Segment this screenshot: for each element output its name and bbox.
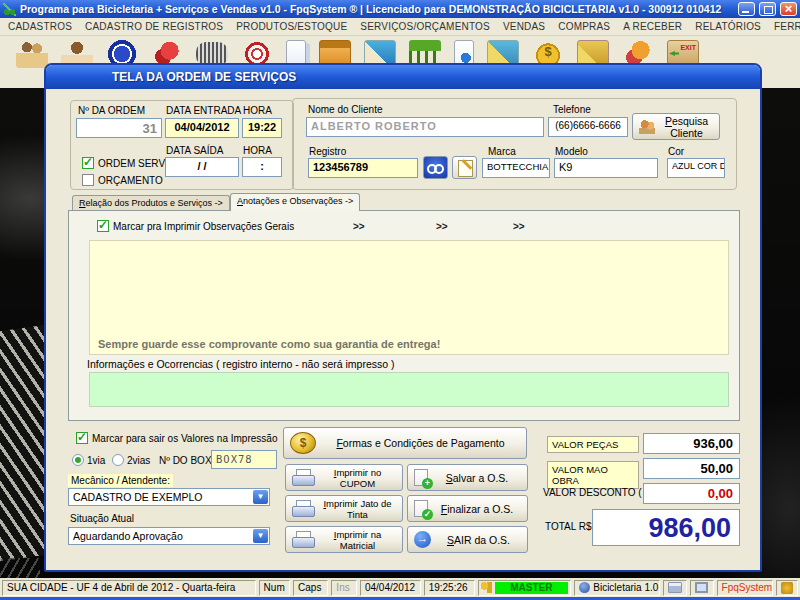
payment-terms-button[interactable]: Formas e Condições de Pagamento [283, 427, 527, 459]
chevron-2: >> [436, 221, 448, 232]
chevron-3: >> [513, 221, 525, 232]
tire-tread-texture [0, 325, 46, 561]
exit-hour-field[interactable]: : [242, 157, 282, 177]
mechanic-label: Mecânico / Atendente: [68, 474, 173, 487]
edit-notes-button[interactable] [452, 156, 477, 179]
menu-servicos-orcamentos[interactable]: SERVIÇOS/ORÇAMENTOS [360, 21, 490, 32]
minimize-button[interactable] [738, 2, 755, 16]
exit-hour-label: HORA [243, 145, 272, 156]
discount-field[interactable]: 0,00 [643, 483, 740, 504]
exit-order-button[interactable]: SAIR da O.S. [407, 526, 528, 553]
model-field[interactable]: K9 [554, 158, 658, 178]
status-capslock: Caps [293, 580, 328, 596]
total-label: TOTAL R$ [545, 521, 592, 532]
service-order-checkbox[interactable] [82, 157, 94, 169]
dialog-body: Nº DA ORDEM 31 DATA ENTRADA 04/04/2012 H… [46, 89, 760, 570]
budget-checkbox[interactable] [82, 174, 94, 186]
window-titlebar[interactable]: Programa para Bicicletaria + Serviços e … [0, 0, 800, 18]
chevron-1: >> [353, 221, 365, 232]
internal-info-textarea[interactable] [89, 372, 729, 407]
status-printer-cell[interactable] [663, 580, 687, 596]
status-lock-cell[interactable] [776, 580, 798, 596]
statusbar: SUA CIDADE - UF 4 de Abril de 2012 - Qua… [0, 578, 800, 597]
color-field[interactable]: AZUL COR D [667, 158, 725, 178]
status-monitor-cell[interactable] [690, 580, 714, 596]
order-number-label: Nº DA ORDEM [78, 105, 145, 116]
exit-arrow-icon [414, 531, 431, 548]
app-window: Programa para Bicicletaria + Serviços e … [0, 0, 800, 600]
phone-field[interactable]: (66)6666-6666 [548, 117, 628, 137]
restore-button[interactable] [759, 2, 776, 16]
order-number-field[interactable]: 31 [76, 118, 162, 138]
menu-compras[interactable]: COMPRAS [558, 21, 610, 32]
labor-value-label: VALOR MAO OBRA [547, 461, 639, 489]
client-name-field[interactable]: ALBERTO ROBERTO [306, 117, 544, 137]
print-observations-checkbox[interactable] [97, 220, 109, 232]
menu-vendas[interactable]: VENDAS [503, 21, 545, 32]
parts-value-label: VALOR PEÇAS [547, 436, 639, 453]
save-order-button[interactable]: Salvar a O.S. [407, 464, 528, 491]
entry-hour-field[interactable]: 19:22 [242, 118, 282, 138]
status-app-cell: Bicicletaria 1.0 [574, 580, 660, 596]
observations-panel: Marcar pra Imprimir Observações Gerais >… [68, 210, 740, 421]
app-icon [3, 3, 16, 16]
parts-value-field[interactable]: 936,00 [643, 433, 740, 454]
clients-icon[interactable] [16, 40, 48, 68]
menu-cadastro-de-registros[interactable]: CADASTRO DE REGISTROS [85, 21, 223, 32]
status-time: 19:25:26 [424, 580, 475, 596]
tab-anotacoes-observacoes[interactable]: Anotações e Observações -> [230, 193, 360, 211]
internal-info-label: Informações e Ocorrencias ( registro int… [87, 358, 395, 370]
status-user: MASTER [495, 582, 569, 594]
app-badge-icon [579, 582, 590, 593]
bike-lookup-button[interactable] [423, 156, 448, 179]
total-field: 986,00 [592, 509, 740, 546]
status-location: SUA CIDADE - UF 4 de Abril de 2012 - Qua… [2, 580, 256, 596]
discount-label: VALOR DESCONTO ( - ) [543, 487, 654, 498]
status-system: FpqSystem [717, 580, 774, 596]
save-page-icon [414, 469, 428, 486]
entry-date-field[interactable]: 04/04/2012 [165, 118, 239, 138]
menu-cadastros[interactable]: CADASTROS [8, 21, 72, 32]
print-inkjet-button[interactable]: Imprimir Jato de Tinta [285, 495, 403, 522]
box-number-label: Nº DO BOX [159, 455, 212, 466]
mechanic-dropdown[interactable]: CADASTRO DE EXEMPLO [68, 488, 270, 506]
client-name-label: Nome do Cliente [308, 104, 382, 115]
close-button[interactable] [780, 2, 797, 16]
current-status-label: Situação Atual [70, 513, 134, 524]
print-values-checkbox[interactable] [76, 432, 88, 444]
brand-label: Marca [488, 146, 516, 157]
print-receipt-button[interactable]: Imprimir no CUPOM [285, 464, 403, 491]
menu-a-receber[interactable]: A RECEBER [623, 21, 682, 32]
menu-relatorios[interactable]: RELATÓRIOS [695, 21, 761, 32]
menu-ferramentas[interactable]: FERRAMENTAS [774, 21, 800, 32]
observations-text: Sempre guarde esse comprovante como sua … [98, 338, 440, 350]
print-matrix-button[interactable]: Imprimir na Matricial [285, 526, 403, 553]
printer-icon [292, 500, 314, 517]
printer-icon [292, 469, 314, 486]
menu-produtos-estoque[interactable]: PRODUTOS/ESTOQUE [236, 21, 347, 32]
window-title: Programa para Bicicletaria + Serviços e … [20, 3, 734, 15]
finalize-page-icon [414, 500, 428, 517]
current-status-dropdown[interactable]: Aguardando Aprovação [68, 527, 270, 545]
two-copies-radio[interactable] [112, 454, 124, 466]
dialog-titlebar[interactable]: TELA DA ORDEM DE SERVIÇOS [46, 65, 760, 89]
labor-value-field[interactable]: 50,00 [643, 458, 740, 479]
status-user-cell: MASTER [478, 580, 572, 596]
general-observations-textarea[interactable]: Sempre guarde esse comprovante como sua … [89, 240, 729, 355]
one-copy-radio[interactable] [72, 454, 84, 466]
gold-lock-icon [781, 582, 793, 594]
status-numlock: Num [259, 580, 290, 596]
status-app: Bicicletaria 1.0 [593, 582, 658, 593]
printer-status-icon [668, 582, 682, 593]
entry-hour-label: HORA [243, 105, 272, 116]
print-values-label: Marcar para sair os Valores na Impressão [92, 433, 277, 444]
tab-produtos-servicos[interactable]: Relação dos Produtos e Serviços -> [72, 195, 230, 211]
coin-icon [290, 432, 316, 454]
exit-date-field[interactable]: / / [165, 157, 239, 177]
finalize-order-button[interactable]: Finalizar a O.S. [407, 495, 528, 522]
brand-field[interactable]: BOTTECCHIA [482, 158, 550, 178]
registration-field[interactable]: 123456789 [308, 158, 418, 178]
budget-checkbox-label: ORÇAMENTO [98, 175, 163, 186]
box-number-field[interactable]: BOX78 [211, 450, 277, 469]
search-client-button[interactable]: Pesquisa Cliente [632, 113, 720, 140]
